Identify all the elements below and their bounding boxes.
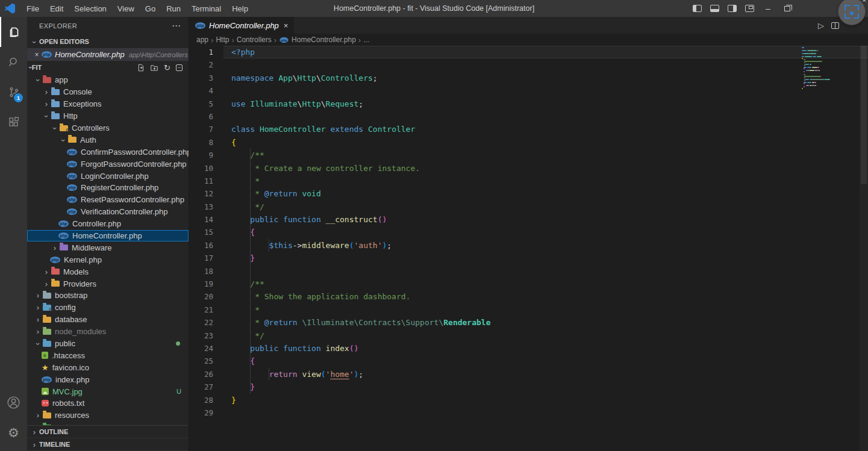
menu-edit[interactable]: Edit (45, 0, 69, 17)
tree-item-bootstrap[interactable]: ›bootstrap (27, 290, 189, 302)
overlay-close-icon[interactable]: × (863, 0, 866, 4)
editor-scrollbar[interactable] (860, 46, 868, 451)
tree-item-controllers[interactable]: ›⚙Controllers (27, 122, 189, 134)
code-line-16[interactable]: 16 $this->middleware('auth'); (189, 239, 868, 252)
tree-item-app[interactable]: ›app (27, 74, 189, 86)
menu-file[interactable]: File (21, 0, 45, 17)
open-editor-item[interactable]: × php HomeController.php app\Http\Contro… (27, 48, 189, 61)
code-line-3[interactable]: 3namespace App\Http\Controllers; (189, 72, 868, 84)
tree-item-controller-php[interactable]: phpController.php (27, 218, 189, 230)
activity-source-control-icon[interactable]: 1 (0, 77, 27, 107)
menu-go[interactable]: Go (140, 0, 161, 17)
code-line-14[interactable]: 14 public function __construct() (189, 213, 868, 226)
menu-view[interactable]: View (112, 0, 140, 17)
customize-layout-icon[interactable] (745, 5, 754, 12)
tree-item-mvc-jpg[interactable]: MVC.jpgU (27, 385, 189, 397)
close-editor-icon[interactable]: × (32, 51, 42, 59)
tree-item-resources[interactable]: ›resources (27, 409, 189, 421)
code-line-19[interactable]: 19 /** (189, 278, 868, 290)
activity-search-icon[interactable] (0, 47, 27, 77)
toggle-panel-icon[interactable] (710, 5, 719, 12)
tab-homecontroller[interactable]: php HomeController.php × (189, 17, 294, 34)
code-line-8[interactable]: 8{ (189, 136, 868, 149)
code-line-12[interactable]: 12 * @return void (189, 187, 868, 200)
tree-item-robots-txt[interactable]: robots.txt (27, 397, 189, 409)
tree-item-kernel-php[interactable]: phpKernel.php (27, 253, 189, 266)
tree-item-config[interactable]: ›⚙config (27, 302, 189, 314)
code-line-26[interactable]: 26 return view('home'); (189, 368, 868, 381)
split-editor-icon[interactable] (831, 22, 839, 29)
code-line-24[interactable]: 24 public function index() (189, 342, 868, 355)
open-editors-header[interactable]: › OPEN EDITORS (27, 35, 189, 48)
explorer-more-actions-icon[interactable]: ··· (172, 22, 181, 30)
activity-account-icon[interactable] (0, 387, 27, 417)
tree-item-verificationcontroller-php[interactable]: phpVerificationController.php (27, 206, 189, 218)
code-line-23[interactable]: 23 */ (189, 329, 868, 342)
activity-explorer-icon[interactable] (0, 17, 27, 47)
project-section-header[interactable]: › FIT ↻ − (27, 61, 189, 74)
tree-item-forgotpasswordcontroller-php[interactable]: phpForgotPasswordController.php (27, 158, 189, 170)
run-or-debug-icon[interactable]: ▷ (818, 21, 824, 30)
minimap[interactable] (802, 47, 860, 167)
breadcrumb-item-homecontroller-php[interactable]: phpHomeController.php (279, 36, 356, 44)
tree-item-database[interactable]: ›database (27, 314, 189, 326)
toggle-sidebar-icon[interactable] (693, 5, 702, 12)
menu-selection[interactable]: Selection (69, 0, 111, 17)
code-line-28[interactable]: 28} (189, 394, 868, 406)
restore-button[interactable] (779, 0, 796, 17)
code-line-29[interactable]: 29 (189, 406, 868, 419)
tree-item-models[interactable]: ›Models (27, 266, 189, 278)
menu-terminal[interactable]: Terminal (186, 0, 226, 17)
code-line-27[interactable]: 27 } (189, 381, 868, 393)
refresh-icon[interactable]: ↻ (164, 64, 170, 72)
toggle-secondary-sidebar-icon[interactable] (728, 5, 737, 12)
code-line-22[interactable]: 22 * @return \Illuminate\Contracts\Suppo… (189, 316, 868, 329)
tree-item-node-modules[interactable]: ›node_modules (27, 326, 189, 338)
outline-section-header[interactable]: › OUTLINE (27, 426, 189, 438)
code-line-20[interactable]: 20 * Show the application dashboard. (189, 290, 868, 303)
breadcrumb-item-http[interactable]: Http (216, 36, 229, 44)
new-folder-icon[interactable] (150, 64, 158, 72)
tree-item-exceptions[interactable]: ›Exceptions (27, 98, 189, 110)
timeline-section-header[interactable]: › TIMELINE (27, 438, 189, 451)
breadcrumb-item-app[interactable]: app (196, 36, 208, 44)
code-line-21[interactable]: 21 * (189, 303, 868, 316)
tree-item-favicon-ico[interactable]: ★favicon.ico (27, 361, 189, 373)
tree-item-providers[interactable]: ›Providers (27, 278, 189, 290)
code-editor[interactable]: 1<?php23namespace App\Http\Controllers;4… (189, 46, 868, 451)
tree-item-homecontroller-php[interactable]: phpHomeController.php (27, 230, 189, 242)
scrollbar-thumb[interactable] (861, 46, 867, 184)
tab-close-icon[interactable]: × (284, 21, 289, 30)
code-line-25[interactable]: 25 { (189, 355, 868, 367)
tree-item-resetpasswordcontroller-php[interactable]: phpResetPasswordController.php (27, 194, 189, 206)
code-line-2[interactable]: 2 (189, 58, 868, 71)
tree-item-console[interactable]: ›Console (27, 86, 189, 98)
code-line-7[interactable]: 7class HomeController extends Controller (189, 123, 868, 135)
tree-item-routes[interactable]: ›→routes (27, 421, 189, 425)
tree-item-registercontroller-php[interactable]: phpRegisterController.php (27, 182, 189, 194)
tree-item-auth[interactable]: ›Auth (27, 134, 189, 146)
menu-run[interactable]: Run (161, 0, 186, 17)
tree-item--htaccess[interactable]: h.htaccess (27, 349, 189, 361)
collapse-folders-icon[interactable]: − (176, 64, 183, 71)
tree-item-public[interactable]: ›public (27, 338, 189, 350)
activity-extensions-icon[interactable] (0, 107, 27, 137)
code-line-11[interactable]: 11 * (189, 175, 868, 187)
breadcrumb-item--[interactable]: ... (363, 36, 369, 44)
code-line-1[interactable]: 1<?php (189, 46, 868, 58)
code-line-6[interactable]: 6 (189, 110, 868, 123)
activity-settings-gear-icon[interactable]: ⚙ (0, 417, 27, 447)
code-line-5[interactable]: 5use Illuminate\Http\Request; (189, 98, 868, 110)
code-line-15[interactable]: 15 { (189, 226, 868, 238)
menu-help[interactable]: Help (226, 0, 254, 17)
code-line-10[interactable]: 10 * Create a new controller instance. (189, 162, 868, 175)
tree-item-middleware[interactable]: ›Middleware (27, 241, 189, 253)
code-line-4[interactable]: 4 (189, 84, 868, 97)
tree-item-confirmpasswordcontroller-php[interactable]: phpConfirmPasswordController.php (27, 146, 189, 158)
tree-item-http[interactable]: ›Http (27, 110, 189, 122)
code-line-13[interactable]: 13 */ (189, 201, 868, 213)
tree-item-logincontroller-php[interactable]: phpLoginController.php (27, 170, 189, 182)
breadcrumb-item-controllers[interactable]: Controllers (237, 36, 272, 44)
code-line-18[interactable]: 18 (189, 265, 868, 278)
code-line-17[interactable]: 17 } (189, 252, 868, 264)
